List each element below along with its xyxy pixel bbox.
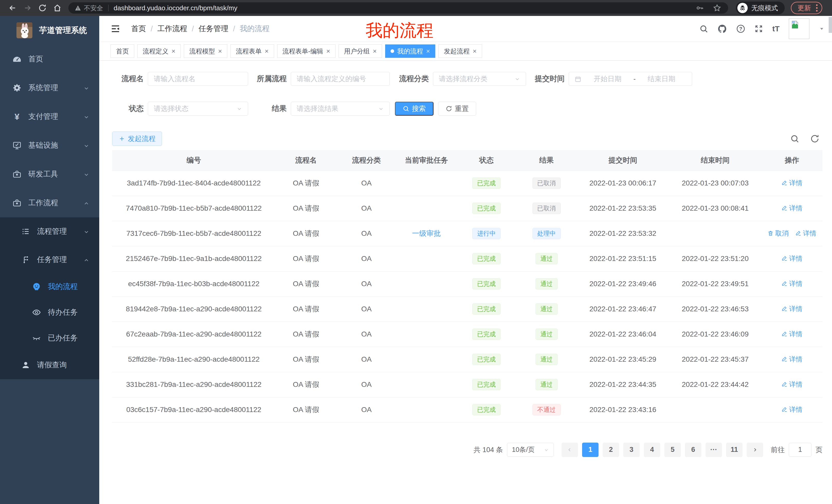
avatar[interactable] bbox=[789, 19, 809, 39]
reset-button-label: 重置 bbox=[455, 104, 469, 113]
browser-back-icon[interactable] bbox=[5, 0, 20, 16]
cell-name: OA 请假 bbox=[276, 271, 337, 297]
github-icon[interactable] bbox=[717, 24, 727, 34]
sidebar-collapse-icon[interactable] bbox=[110, 24, 120, 34]
start-date-placeholder[interactable]: 开始日期 bbox=[583, 74, 632, 83]
tab[interactable]: 流程表单-编辑× bbox=[277, 45, 336, 58]
password-key-icon[interactable] bbox=[696, 4, 704, 12]
breadcrumb-workflow[interactable]: 工作流程 bbox=[157, 24, 187, 34]
detail-action[interactable]: 详情 bbox=[781, 204, 802, 213]
cell-submit-time: 2022-01-22 23:49:46 bbox=[577, 271, 669, 297]
create-process-button[interactable]: 发起流程 bbox=[112, 132, 162, 146]
search-icon[interactable] bbox=[699, 24, 708, 33]
sidebar-item-home[interactable]: 首页 bbox=[0, 45, 99, 74]
browser-menu-icon[interactable] bbox=[816, 4, 817, 11]
sidebar-item-system[interactable]: 系统管理 bbox=[0, 74, 99, 102]
status-badge: 进行中 bbox=[472, 228, 501, 239]
result-badge: 通过 bbox=[536, 354, 558, 365]
browser-reload-icon[interactable] bbox=[35, 0, 50, 16]
search-button[interactable]: 搜索 bbox=[395, 102, 434, 116]
toggle-search-icon[interactable] bbox=[790, 134, 799, 143]
sidebar-item-process-mgmt[interactable]: 流程管理 bbox=[0, 217, 99, 246]
next-page-button[interactable] bbox=[747, 443, 763, 457]
font-size-icon[interactable]: tT bbox=[772, 24, 780, 33]
tab-close-icon[interactable]: × bbox=[218, 48, 222, 54]
page-button[interactable]: 5 bbox=[665, 443, 681, 457]
update-button[interactable]: 更新 bbox=[791, 2, 822, 14]
tab[interactable]: 我的流程× bbox=[385, 45, 435, 58]
cancel-action[interactable]: 取消 bbox=[768, 229, 788, 238]
address-bar[interactable]: 不安全 dashboard.yudao.iocoder.cn/bpm/task/… bbox=[69, 2, 728, 13]
detail-action[interactable]: 详情 bbox=[781, 330, 802, 339]
sidebar-item-leave-query[interactable]: 请假查询 bbox=[0, 351, 99, 379]
detail-action[interactable]: 详情 bbox=[781, 405, 802, 414]
end-date-placeholder[interactable]: 结束日期 bbox=[637, 74, 686, 83]
detail-action[interactable]: 详情 bbox=[781, 254, 802, 263]
cell-category: OA bbox=[337, 171, 396, 196]
tab[interactable]: 流程表单× bbox=[230, 45, 274, 58]
tab[interactable]: 流程定义× bbox=[137, 45, 181, 58]
page-button[interactable]: 1 bbox=[582, 443, 599, 457]
detail-action[interactable]: 详情 bbox=[781, 380, 802, 389]
tab-close-icon[interactable]: × bbox=[265, 48, 268, 54]
browser-forward-icon[interactable] bbox=[20, 0, 35, 16]
page-button[interactable]: 6 bbox=[685, 443, 701, 457]
detail-action[interactable]: 详情 bbox=[781, 355, 802, 364]
pagination-total: 共 104 条 bbox=[474, 445, 503, 454]
breadcrumb-home[interactable]: 首页 bbox=[131, 24, 146, 34]
avatar-caret-icon[interactable] bbox=[819, 26, 824, 31]
detail-action[interactable]: 详情 bbox=[795, 229, 816, 238]
detail-action[interactable]: 详情 bbox=[781, 178, 802, 188]
page-size-select[interactable]: 10条/页 bbox=[507, 443, 554, 457]
result-filter-select[interactable]: 请选择流结果 bbox=[291, 102, 390, 116]
tab[interactable]: 用户分组× bbox=[339, 45, 382, 58]
page-button[interactable]: 3 bbox=[623, 443, 640, 457]
sidebar-item-task-mgmt[interactable]: 任务管理 bbox=[0, 246, 99, 274]
tab[interactable]: 首页 bbox=[110, 45, 134, 58]
sidebar-item-my-process[interactable]: 我的流程 bbox=[0, 274, 99, 300]
cell-result: 不通过 bbox=[516, 397, 577, 422]
tab-close-icon[interactable]: × bbox=[326, 48, 330, 54]
goto-page-input[interactable] bbox=[789, 443, 811, 457]
sidebar-item-infrastructure[interactable]: 基础设施 bbox=[0, 131, 99, 160]
cell-actions: 详情 bbox=[761, 372, 823, 397]
bookmark-star-icon[interactable] bbox=[713, 4, 722, 12]
process-filter-input[interactable] bbox=[291, 72, 390, 86]
sidebar-item-done-tasks[interactable]: 已办任务 bbox=[0, 325, 99, 351]
tab-close-icon[interactable]: × bbox=[172, 48, 175, 54]
security-warning[interactable]: 不安全 bbox=[75, 4, 103, 12]
tab-label: 流程定义 bbox=[143, 47, 168, 55]
sidebar-item-todo-tasks[interactable]: 待办任务 bbox=[0, 300, 99, 325]
browser-home-icon[interactable] bbox=[50, 0, 65, 16]
help-icon[interactable]: ? bbox=[736, 24, 745, 33]
status-filter-select[interactable]: 请选择状态 bbox=[148, 102, 248, 116]
tab-close-icon[interactable]: × bbox=[373, 48, 377, 54]
detail-action[interactable]: 详情 bbox=[781, 279, 802, 288]
sidebar-item-workflow[interactable]: 工作流程 bbox=[0, 189, 99, 217]
page-ellipsis[interactable]: ··· bbox=[705, 443, 722, 457]
current-task-link[interactable]: 一级审批 bbox=[412, 229, 441, 237]
prev-page-button[interactable] bbox=[562, 443, 578, 457]
category-filter-select[interactable]: 请选择流程分类 bbox=[433, 72, 526, 86]
scrollbar-thumb[interactable] bbox=[829, 17, 832, 33]
sidebar-item-devtools[interactable]: 研发工具 bbox=[0, 160, 99, 189]
sidebar-item-payment[interactable]: ¥ 支付管理 bbox=[0, 102, 99, 131]
tab[interactable]: 流程模型× bbox=[184, 45, 227, 58]
refresh-table-icon[interactable] bbox=[810, 134, 820, 143]
page-button[interactable]: 11 bbox=[726, 443, 743, 457]
reset-button[interactable]: 重置 bbox=[438, 102, 476, 116]
breadcrumb-task-mgmt[interactable]: 任务管理 bbox=[199, 24, 228, 34]
search-icon bbox=[402, 105, 409, 112]
page-button[interactable]: 2 bbox=[603, 443, 619, 457]
detail-action[interactable]: 详情 bbox=[781, 304, 802, 313]
edit-icon bbox=[781, 306, 787, 312]
category-placeholder: 请选择流程分类 bbox=[439, 74, 488, 83]
browser-toolbar: 不安全 dashboard.yudao.iocoder.cn/bpm/task/… bbox=[0, 0, 832, 16]
tab-close-icon[interactable]: × bbox=[426, 48, 430, 54]
fullscreen-icon[interactable] bbox=[754, 24, 763, 33]
submit-time-range-picker[interactable]: 开始日期 - 结束日期 bbox=[569, 72, 692, 86]
page-button[interactable]: 4 bbox=[644, 443, 660, 457]
tab-close-icon[interactable]: × bbox=[473, 48, 476, 54]
name-filter-input[interactable] bbox=[148, 72, 248, 86]
tab[interactable]: 发起流程× bbox=[438, 45, 482, 58]
